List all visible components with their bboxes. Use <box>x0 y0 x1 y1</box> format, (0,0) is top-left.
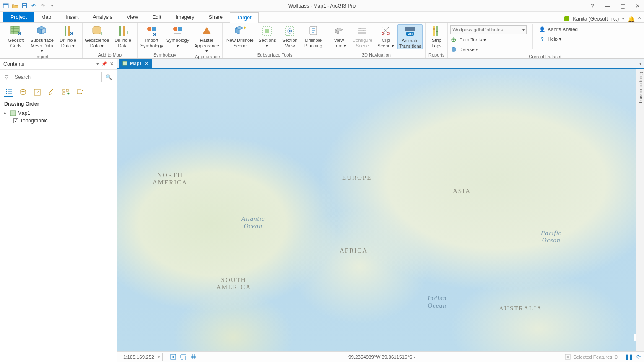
svg-rect-26 <box>358 30 366 31</box>
maximize-button[interactable]: ▢ <box>619 2 626 10</box>
list-by-drawing-order-icon[interactable] <box>4 88 13 97</box>
snap-icon[interactable] <box>170 354 177 360</box>
pane-pin-icon[interactable]: 📌 <box>101 61 107 67</box>
constraints-icon[interactable] <box>180 354 187 360</box>
svg-rect-4 <box>23 6 26 8</box>
basemap <box>117 69 644 351</box>
tab-imagery[interactable]: Imagery <box>168 12 201 22</box>
svg-point-53 <box>172 356 174 358</box>
tab-analysis[interactable]: Analysis <box>86 12 120 22</box>
view-from-button[interactable]: View From ▾ <box>330 24 348 48</box>
svg-rect-10 <box>119 26 121 36</box>
tree-map-node[interactable]: ▸ Map1 <box>4 109 113 117</box>
clip-scene-button[interactable]: Clip Scene ▾ <box>377 24 395 48</box>
raster-appearance-button[interactable]: Raster Appearance ▾ <box>195 24 218 54</box>
tab-edit[interactable]: Edit <box>145 12 169 22</box>
drawing-order-heading: Drawing Order <box>4 101 113 107</box>
grid-icon[interactable] <box>190 354 197 360</box>
close-view-icon[interactable]: ✕ <box>145 61 148 66</box>
contents-title: Contents <box>3 61 24 67</box>
geosoft-grids-button[interactable]: Geosoft Grids <box>4 24 28 48</box>
coordinates-readout: 99.2364989°W 39.0611515°S ▾ <box>207 354 558 359</box>
label-pacific: Pacific Ocean <box>541 230 561 244</box>
label-atlantic: Atlantic Ocean <box>242 215 265 230</box>
svg-rect-27 <box>358 32 366 34</box>
pause-draw-icon[interactable]: ❚❚ <box>625 354 633 360</box>
scale-input[interactable]: 1:105,169,252▾ <box>121 353 163 361</box>
search-input[interactable] <box>12 72 102 82</box>
svg-rect-43 <box>6 93 7 94</box>
contents-view-switch: + <box>0 85 117 98</box>
tab-project[interactable]: Project <box>3 12 34 22</box>
tab-insert[interactable]: Insert <box>58 12 86 22</box>
tab-share[interactable]: Share <box>202 12 230 22</box>
contents-header: Contents ▾ 📌 ✕ <box>0 59 117 70</box>
svg-rect-54 <box>181 354 186 359</box>
tab-map[interactable]: Map <box>34 12 58 22</box>
label-north-america: NORTH AMERICA <box>153 172 187 186</box>
drillhole-data-import-button[interactable]: Drillhole Data ▾ <box>56 24 80 48</box>
new-drillhole-scene-button[interactable]: ✦New Drillhole Scene <box>225 24 254 48</box>
animate-transitions-button[interactable]: ONAnimate Transitions <box>397 24 423 49</box>
list-by-snapping-icon[interactable]: + <box>61 88 70 97</box>
map-canvas[interactable]: NORTH AMERICA SOUTH AMERICA EUROPE AFRIC… <box>117 69 644 351</box>
strip-logs-button[interactable]: Strip Logs <box>428 24 445 48</box>
group-3d-navigation: View From ▾ Configure Scene Clip Scene ▾… <box>327 23 426 58</box>
sections-button[interactable]: Sections ▾ <box>257 24 277 48</box>
account-row[interactable]: 👤Kanita Khaled <box>539 25 578 34</box>
pane-close-icon[interactable]: ✕ <box>110 61 114 67</box>
list-by-selection-icon[interactable] <box>33 88 42 97</box>
pane-dropdown-icon[interactable]: ▾ <box>96 61 99 67</box>
view-tab-menu-icon[interactable]: ▾ <box>639 61 641 66</box>
geoprocessing-tab[interactable]: Geoprocessing <box>636 69 644 351</box>
list-by-labeling-icon[interactable] <box>75 88 85 97</box>
help-icon[interactable]: ? <box>589 2 596 10</box>
svg-rect-35 <box>433 26 435 36</box>
subsurface-mesh-data-button[interactable]: Subsurface Mesh Data ▾ <box>30 24 54 54</box>
section-view-button[interactable]: Section View <box>280 24 300 48</box>
qat-dropdown-icon[interactable]: ▾ <box>49 3 55 9</box>
notifications-icon[interactable]: 🔔 <box>628 16 635 22</box>
redo-icon[interactable]: ↷ <box>39 3 46 9</box>
new-project-icon[interactable] <box>3 3 9 9</box>
undo-icon[interactable]: ↶ <box>30 3 37 9</box>
drillhole-planning-button[interactable]: Drillhole Planning <box>302 24 324 48</box>
minimize-button[interactable]: — <box>604 2 611 10</box>
geoscience-data-button[interactable]: +Geoscience Data ▾ <box>85 24 109 48</box>
help-button[interactable]: ?Help ▾ <box>539 35 578 43</box>
tree-layer-topographic[interactable]: ✓ Topographic <box>13 117 113 124</box>
layer-visibility-checkbox[interactable]: ✓ <box>13 118 18 123</box>
label-south-america: SOUTH AMERICA <box>216 277 251 291</box>
correction-icon[interactable] <box>200 354 207 360</box>
user-area: Kanita (Geosoft Inc.) ▾ 🔔 ^ <box>564 16 644 22</box>
dataset-selector[interactable]: Wolfpass.gdb\Drillholes▾ <box>450 25 527 34</box>
svg-text:+: + <box>100 30 103 36</box>
refresh-icon[interactable]: ⟳ <box>636 354 641 360</box>
svg-rect-3 <box>23 4 26 5</box>
datasets-button[interactable]: Datasets <box>450 45 527 54</box>
window-controls: ? — ▢ ✕ <box>589 2 641 10</box>
search-icon[interactable]: 🔍 <box>104 72 114 82</box>
import-symbology-button[interactable]: Import Symbology <box>140 24 164 48</box>
tab-target[interactable]: Target <box>230 12 259 23</box>
selected-features[interactable]: Selected Features: 0 <box>565 354 618 360</box>
group-label: 3D Navigation <box>330 52 423 58</box>
tab-view[interactable]: View <box>119 12 145 22</box>
list-by-source-icon[interactable] <box>18 88 28 97</box>
svg-rect-14 <box>152 27 156 31</box>
filter-icon[interactable]: ▽ <box>3 72 10 82</box>
svg-point-22 <box>289 30 291 32</box>
drillhole-data-add-button[interactable]: +Drillhole Data <box>111 24 135 48</box>
close-button[interactable]: ✕ <box>634 2 641 10</box>
group-import: Geosoft Grids Subsurface Mesh Data ▾ Dri… <box>2 23 83 58</box>
svg-rect-5 <box>11 26 19 34</box>
view-tab-map1[interactable]: Map1 ✕ <box>119 59 152 68</box>
list-by-editing-icon[interactable] <box>47 88 56 97</box>
open-project-icon[interactable] <box>12 3 18 9</box>
group-add-to-map: +Geoscience Data ▾ +Drillhole Data Add t… <box>83 23 138 58</box>
signed-in-user[interactable]: Kanita (Geosoft Inc.) <box>573 16 619 22</box>
data-tools-button[interactable]: Data Tools ▾ <box>450 36 527 44</box>
collapse-ribbon-icon[interactable]: ^ <box>638 16 641 22</box>
symbology-button[interactable]: Symbology ▾ <box>166 24 190 48</box>
save-icon[interactable] <box>21 3 28 9</box>
